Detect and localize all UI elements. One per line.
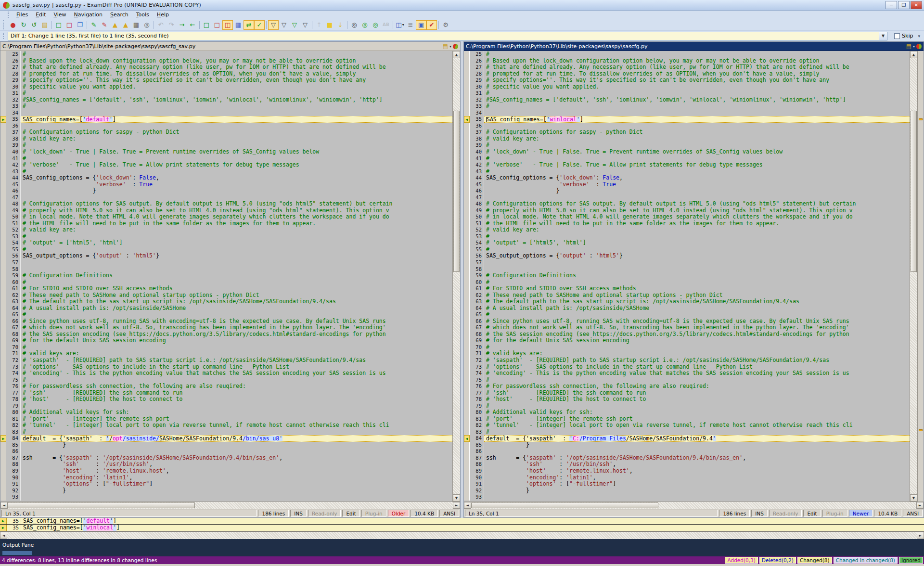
scroll-up-arrow[interactable]: ▲ <box>910 51 917 58</box>
save-file-icon[interactable]: ▤ <box>906 43 911 50</box>
code-line[interactable]: ▶35SAS_config_names=['default'] <box>0 116 452 123</box>
show-deleted-lines-button[interactable]: □ <box>212 20 222 30</box>
code-line[interactable]: 79# <box>464 403 910 410</box>
code-line[interactable]: 89 'host' : 'remote.linux.host', <box>464 468 910 475</box>
recompare-button[interactable]: ↻ <box>18 20 29 30</box>
code-line[interactable]: 92 } <box>464 488 910 494</box>
code-line[interactable]: 67# which does not work well as utf-8. S… <box>464 324 910 331</box>
code-line[interactable]: 80# Additional valid keys for ssh: <box>464 409 910 416</box>
scroll-left-arrow[interactable]: ◄ <box>0 532 7 539</box>
code-line[interactable]: 88 'ssh' : '/usr/bin/ssh', <box>0 461 452 468</box>
code-line[interactable]: 78# 'host' - [REQUIRED] the host to conn… <box>464 396 910 403</box>
code-line[interactable]: 82# 'tunnel' - [integer] local port to o… <box>464 422 910 429</box>
code-line[interactable]: 53# <box>464 233 910 240</box>
menu-edit[interactable]: Edit <box>32 11 50 18</box>
code-line[interactable]: 46 } <box>464 188 910 194</box>
code-line[interactable]: 72# 'saspath' - [REQUIRED] path to SAS s… <box>464 357 910 364</box>
output-pane-tab[interactable] <box>2 551 32 555</box>
code-line[interactable]: 47 <box>464 194 910 201</box>
options-flags-button[interactable]: ✔ <box>426 20 437 30</box>
prev-difference-button[interactable]: ← <box>187 20 198 30</box>
code-line[interactable]: 48# Configuration options for SAS output… <box>464 201 910 207</box>
code-line[interactable]: 42# 'verbose' - True | False. True = All… <box>0 162 452 168</box>
inspector-horizontal-scrollbar[interactable]: ◄ ► <box>0 531 924 539</box>
code-line[interactable]: 57 <box>464 259 910 266</box>
menu-help[interactable]: Help <box>153 11 173 18</box>
code-line[interactable]: 54# 'output' = ['html5', 'html'] <box>464 240 910 246</box>
show-identical-lines-button[interactable]: □ <box>201 20 212 30</box>
code-line[interactable]: 36 <box>464 123 910 129</box>
scroll-left-arrow[interactable]: ◄ <box>464 502 471 509</box>
scroll-track[interactable] <box>7 532 917 539</box>
show-inline-diffs-button[interactable]: ✓ <box>254 20 265 30</box>
code-line[interactable]: 33# <box>0 103 452 110</box>
code-line[interactable]: 36 <box>0 123 452 129</box>
scroll-right-arrow[interactable]: ► <box>916 502 924 509</box>
code-line[interactable]: 41# <box>0 155 452 162</box>
find-prev-button[interactable]: ◎ <box>370 20 381 30</box>
show-all-lines-button[interactable]: ▦ <box>233 20 244 30</box>
code-line[interactable]: ◀84default = {'saspath' : 'C:/Program Fi… <box>464 435 910 442</box>
diff-bar-overflow-icon[interactable]: ▾ <box>918 34 920 39</box>
code-line[interactable]: 56SAS_output_options = {'output' : 'html… <box>464 253 910 259</box>
code-line[interactable]: 62# These need path to SASHome and optio… <box>0 292 452 299</box>
code-line[interactable]: 83# <box>0 429 452 436</box>
scroll-track[interactable] <box>910 58 917 494</box>
code-line[interactable]: 31# <box>0 90 452 97</box>
code-line[interactable]: 91 'options' : ["-fullstimer"] <box>0 481 452 488</box>
code-line[interactable]: 28# prompted for at run time. To dissall… <box>464 71 910 77</box>
code-line[interactable]: ▶84default = {'saspath' : '/opt/sasinsid… <box>0 435 452 442</box>
skip-checkbox[interactable] <box>894 33 900 39</box>
first-file-horizontal-scrollbar[interactable]: ◄ ► <box>0 502 460 509</box>
code-line[interactable]: 58 <box>0 266 452 273</box>
code-line[interactable]: 60# <box>0 279 452 286</box>
code-line[interactable]: 27# that are defined already. Any necess… <box>464 64 910 71</box>
menu-navigation[interactable]: Navigation <box>70 11 106 18</box>
code-line[interactable]: 66# Since python uses utf-8, running SAS… <box>464 318 910 325</box>
second-file-horizontal-scrollbar[interactable]: ◄ ► <box>464 502 924 509</box>
code-line[interactable]: 69# for the default Unix SAS session enc… <box>0 337 452 344</box>
code-line[interactable]: 26# Based upon the lock_down configurati… <box>0 58 452 64</box>
scroll-thumb[interactable] <box>8 502 195 508</box>
menu-tools[interactable]: Tools <box>132 11 153 18</box>
code-line[interactable]: 75# <box>464 377 910 384</box>
find-next-button[interactable]: ◎ <box>359 20 370 30</box>
code-line[interactable]: 47 <box>0 194 452 201</box>
code-line[interactable]: 65# <box>464 311 910 318</box>
code-line[interactable]: 82# 'tunnel' - [integer] local port to o… <box>0 422 452 429</box>
code-line[interactable]: 29# specify options=''. This way it's sp… <box>0 77 452 84</box>
diff-overview-map[interactable] <box>917 51 924 502</box>
code-line[interactable]: 55# <box>464 246 910 253</box>
scroll-thumb[interactable] <box>471 502 658 508</box>
code-line[interactable]: 56SAS_output_options = {'output' : 'html… <box>0 253 452 259</box>
code-line[interactable]: 55# <box>0 246 452 253</box>
code-line[interactable]: 25# <box>0 51 452 58</box>
inspector-line[interactable]: ▶35SAS_config_names=['default'] <box>0 518 924 525</box>
code-line[interactable]: 68# the SAS session encoding (see https:… <box>464 331 910 338</box>
code-line[interactable]: 85 } <box>464 442 910 449</box>
current-difference-button[interactable]: ■ <box>324 20 335 30</box>
code-line[interactable]: 34 <box>0 110 452 116</box>
code-line[interactable]: 63# The default path to the sas start up… <box>464 298 910 305</box>
code-line[interactable]: 80# Additional valid keys for ssh: <box>0 409 452 416</box>
code-line[interactable]: 68# the SAS session encoding (see https:… <box>0 331 452 338</box>
dropdown-arrow-icon[interactable]: ▾ <box>402 23 404 27</box>
scroll-up-arrow[interactable]: ▲ <box>453 51 460 58</box>
maximize-button[interactable]: ❒ <box>898 1 910 9</box>
diff-map-marker[interactable] <box>919 118 923 120</box>
go-to-current-difference-button[interactable]: ↓ <box>335 20 346 30</box>
copy-to-second-button[interactable]: ▲ <box>120 20 131 30</box>
code-line[interactable]: 83# <box>464 429 910 436</box>
find-button[interactable]: ◎ <box>349 20 359 30</box>
code-line[interactable]: 73# 'options' - SAS options to include i… <box>0 364 452 371</box>
code-line[interactable]: 63# The default path to the sas start up… <box>0 298 452 305</box>
code-line[interactable]: 92 } <box>0 488 452 494</box>
code-line[interactable]: 54# 'output' = ['html5', 'html'] <box>0 240 452 246</box>
code-line[interactable]: 44SAS_config_options = {'lock_down': Fal… <box>464 175 910 181</box>
code-line[interactable]: 77# 'ssh' - [REQUIRED] the ssh command t… <box>464 390 910 397</box>
code-line[interactable]: 26# Based upon the lock_down configurati… <box>464 58 910 64</box>
scroll-right-arrow[interactable]: ► <box>453 502 460 509</box>
diff-combo-dropdown-button[interactable]: ▼ <box>879 32 887 40</box>
filter-deleted-button[interactable]: ▽ <box>300 20 310 30</box>
first-file-vertical-scrollbar[interactable]: ▲ ▼ <box>452 51 460 502</box>
